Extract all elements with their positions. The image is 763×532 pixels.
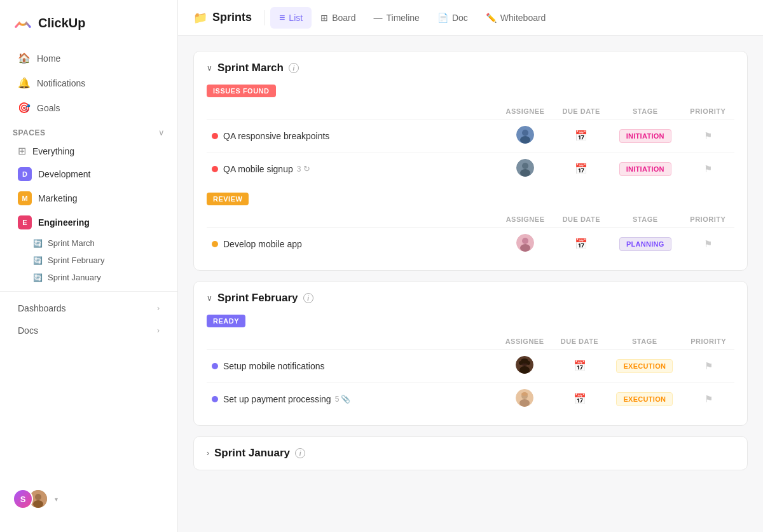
tab-board[interactable]: ⊞ Board [312,8,364,28]
everything-icon: ⊞ [18,145,26,157]
doc-tab-icon: 📄 [437,13,448,23]
sprint-march-info-icon: i [289,63,299,73]
tab-whiteboard[interactable]: ✏️ Whiteboard [477,8,555,28]
dashboards-item[interactable]: Dashboards › [5,297,172,319]
refresh-icon: ↻ [303,164,310,174]
table-row: QA responsive breakpoints [207,119,734,153]
sidebar-item-marketing[interactable]: M Marketing [5,187,172,210]
sprint-january-chevron: › [207,449,209,458]
sprint-february-table: ASSIGNEE DUE DATE STAGE PRIORITY [207,334,734,415]
home-icon: 🏠 [18,52,31,64]
col-stage: STAGE [609,212,681,228]
col-assignee: ASSIGNEE [497,334,553,350]
calendar-icon: 📅 [574,360,586,371]
svg-point-17 [526,361,530,365]
svg-point-11 [520,244,530,252]
nav-goals[interactable]: 🎯 Goals [5,96,172,119]
docs-label: Docs [18,325,38,336]
nav-notifications-label: Notifications [37,78,85,88]
sidebar-item-engineering[interactable]: E Engineering [5,211,172,234]
board-tab-label: Board [332,13,355,23]
sidebar-sprint-january[interactable]: 🔄 Sprint January [5,269,172,285]
sprint-march-chevron: ∨ [207,64,212,72]
stage-badge: INITIATION [619,129,671,143]
stage-badge: INITIATION [619,162,671,176]
task-dot [212,166,218,172]
sprint-january-header[interactable]: › Sprint January i [194,437,747,470]
assignee-avatar [516,356,533,374]
priority-cell: ⚑ [682,153,734,186]
sprint-january-info-icon: i [295,448,305,458]
svg-point-16 [519,361,523,365]
task-dot [212,241,218,247]
sprint-march-review-table: ASSIGNEE DUE DATE STAGE PRIORITY [207,212,734,260]
priority-cell: ⚑ [682,350,734,383]
spaces-label: Spaces [13,128,45,137]
sidebar-item-development[interactable]: D Development [5,163,172,186]
attachment-icon: 📎 [341,395,350,404]
spaces-collapse-icon[interactable]: ∨ [158,128,165,137]
assignee-cell [497,383,553,416]
assignee-cell [497,350,553,383]
sprint-march-label: Sprint March [48,238,95,248]
sprint-january-label: Sprint January [48,273,101,282]
stage-cell: EXECUTION [607,383,682,416]
sidebar-sprint-february[interactable]: 🔄 Sprint February [5,252,172,268]
priority-cell: ⚑ [682,383,734,416]
whiteboard-tab-icon: ✏️ [486,13,497,23]
tab-timeline[interactable]: ― Timeline [365,8,429,28]
content-area: ∨ Sprint March i ISSUES FOUND ASSIGNEE D… [178,36,763,532]
flag-icon: ⚑ [705,360,713,371]
logo-area: ClickUp [0,13,177,46]
sidebar-sprint-march[interactable]: 🔄 Sprint March [5,235,172,251]
due-date-cell: 📅 [554,228,609,261]
stage-cell: INITIATION [609,119,682,153]
task-dot [212,396,218,402]
assignee-svg [516,389,533,407]
review-badge: REVIEW [207,193,249,205]
page-folder-icon-area: 📁 Sprints [193,11,252,25]
sprint-february-label: Sprint February [48,256,105,265]
calendar-icon: 📅 [574,393,586,404]
task-name-cell: Develop mobile app [207,228,497,261]
sidebar-item-everything[interactable]: ⊞ Everything [5,140,172,161]
sprint-february-section: ∨ Sprint February i READY ASSIGNEE DUE D… [193,281,748,426]
svg-point-7 [522,163,528,169]
tab-list[interactable]: ≡ List [270,7,312,29]
nav-goals-label: Goals [37,103,60,113]
review-group: REVIEW ASSIGNEE DUE DATE STAGE PRIORITY [207,193,734,260]
flag-icon: ⚑ [704,163,712,174]
sprint-march-header[interactable]: ∨ Sprint March i [194,51,747,85]
whiteboard-tab-label: Whiteboard [500,13,546,23]
tab-doc[interactable]: 📄 Doc [429,8,477,28]
nav-home[interactable]: 🏠 Home [5,46,172,70]
issues-found-group: ISSUES FOUND ASSIGNEE DUE DATE STAGE PRI… [207,85,734,185]
task-text: Develop mobile app [223,239,302,249]
flag-icon: ⚑ [704,238,712,249]
clickup-logo-icon [13,13,33,33]
sprint-february-header[interactable]: ∨ Sprint February i [194,282,747,315]
due-date-cell: 📅 [553,350,607,383]
sprint-march-section: ∨ Sprint March i ISSUES FOUND ASSIGNEE D… [193,51,748,271]
calendar-icon: 📅 [575,130,588,141]
docs-item[interactable]: Docs › [5,320,172,341]
calendar-icon: 📅 [575,238,588,249]
user-area[interactable]: S ▾ [0,479,177,519]
board-tab-icon: ⊞ [320,13,328,23]
nav-notifications[interactable]: 🔔 Notifications [5,71,172,95]
assignee-svg [516,159,534,177]
col-stage: STAGE [607,334,682,350]
col-duedate: DUE DATE [553,334,607,350]
list-tab-label: List [289,13,303,23]
priority-cell: ⚑ [682,119,734,153]
col-priority-1: PRIORITY [682,104,734,119]
sprint-february-title: Sprint February [217,292,298,304]
docs-chevron: › [157,326,160,335]
sprint-march-issues-table: ASSIGNEE DUE DATE STAGE PRIORITY [207,104,734,185]
issues-found-badge: ISSUES FOUND [207,85,276,97]
page-title: Sprints [212,11,252,24]
marketing-badge: M [18,191,32,205]
stage-cell: INITIATION [609,153,682,186]
ready-badge: READY [207,315,245,327]
user-avatar-s: S [13,489,33,509]
